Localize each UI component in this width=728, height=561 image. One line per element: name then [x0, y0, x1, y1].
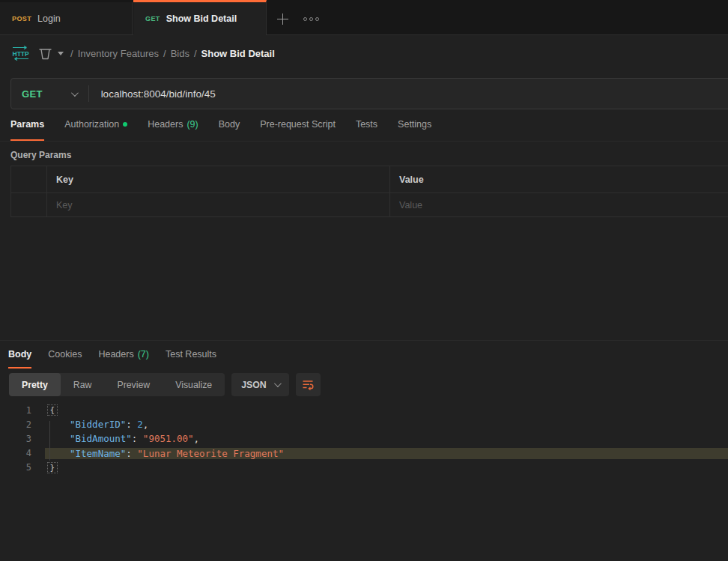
tab-show-bid-detail[interactable]: GET Show Bid Detail [133, 0, 267, 35]
line-number: 4 [0, 448, 36, 458]
format-tab-preview[interactable]: Preview [104, 373, 163, 396]
response-format-toolbar: Pretty Raw Preview Visualize JSON [9, 373, 728, 396]
breadcrumb-segment-collection[interactable]: Inventory Features [78, 48, 159, 59]
format-tab-pretty[interactable]: Pretty [9, 373, 61, 396]
format-tab-visualize[interactable]: Visualize [163, 373, 225, 396]
json-colon: : [132, 433, 143, 444]
wrap-lines-button[interactable] [296, 373, 321, 396]
fold-guide-line [49, 421, 50, 461]
tab-authorization-label: Authorization [64, 119, 119, 130]
code-line-4-highlighted: 4 "ItemName": "Lunar Meteorite Fragment" [0, 446, 728, 461]
tab-method-post: POST [12, 15, 31, 22]
headers-count-badge: (9) [186, 119, 198, 130]
tab-prerequest-label: Pre-request Script [260, 119, 336, 130]
language-selector[interactable]: JSON [231, 373, 289, 396]
key-cell [47, 193, 390, 216]
tab-post-login[interactable]: POST Login [0, 2, 133, 35]
collection-icon[interactable] [37, 46, 53, 61]
response-tab-headers[interactable]: Headers (7) [98, 341, 149, 369]
param-key-input[interactable] [56, 200, 380, 210]
response-headers-label: Headers [98, 349, 133, 360]
json-key: "BidderID" [70, 419, 126, 430]
chevron-down-icon [71, 89, 79, 97]
breadcrumb-separator: / [70, 48, 73, 59]
collection-caret-icon[interactable] [58, 52, 64, 55]
json-string-value: "Lunar Meteorite Fragment" [137, 448, 284, 459]
response-tabs: Body Cookies Headers (7) Test Results [0, 340, 728, 369]
more-options-icon [303, 17, 319, 21]
line-number: 3 [0, 434, 36, 444]
key-column-header: Key [47, 166, 390, 192]
tab-settings[interactable]: Settings [398, 109, 431, 141]
format-tab-raw[interactable]: Raw [61, 373, 105, 396]
breadcrumb-row: HTTP / Inventory Features / Bids / Show … [0, 35, 728, 71]
wrap-lines-icon [302, 379, 314, 390]
new-tab-button[interactable] [270, 2, 295, 35]
request-url-bar: GET [10, 78, 728, 109]
response-headers-count-badge: (7) [138, 349, 149, 360]
response-tab-body[interactable]: Body [8, 341, 31, 369]
authorization-status-dot [123, 122, 127, 127]
tab-bar-divider [0, 34, 728, 35]
open-brace-fold-marker[interactable]: { [47, 404, 58, 416]
breadcrumb-separator: / [163, 48, 166, 59]
breadcrumb: / Inventory Features / Bids / Show Bid D… [70, 48, 275, 59]
format-segmented-control: Pretty Raw Preview Visualize [9, 373, 225, 396]
line-number: 1 [0, 405, 36, 416]
value-cell [390, 193, 728, 216]
tab-body-label: Body [219, 119, 240, 130]
pretty-label: Pretty [22, 380, 48, 390]
response-tab-cookies[interactable]: Cookies [48, 341, 82, 369]
empty-area [0, 217, 728, 340]
tab-options-button[interactable] [298, 2, 324, 35]
tab-tests[interactable]: Tests [356, 109, 377, 141]
tab-title-login: Login [37, 13, 61, 24]
response-body-label: Body [8, 349, 31, 360]
tab-title-show-bid-detail: Show Bid Detail [166, 13, 237, 24]
breadcrumb-current-request: Show Bid Detail [201, 48, 275, 59]
chevron-down-icon [274, 380, 282, 387]
row-select-cell [11, 193, 47, 216]
query-params-table: Key Value [10, 166, 728, 217]
tab-body[interactable]: Body [219, 109, 240, 141]
svg-text:HTTP: HTTP [13, 50, 30, 58]
line-number: 5 [0, 462, 36, 473]
breadcrumb-segment-folder[interactable]: Bids [171, 48, 189, 59]
raw-label: Raw [73, 380, 92, 390]
plus-icon [277, 13, 288, 25]
request-tabs: Params Authorization Headers (9) Body Pr… [0, 109, 728, 142]
response-body-viewer[interactable]: 1 { 2 "BidderID": 2, 3 "BidAmount": "905… [0, 403, 728, 475]
query-params-title: Query Params [10, 150, 728, 161]
code-line-3: 3 "BidAmount": "9051.00", [0, 431, 728, 446]
json-number-value: 2 [137, 419, 143, 430]
value-column-header: Value [390, 166, 728, 192]
tab-params[interactable]: Params [10, 109, 44, 141]
method-label: GET [22, 88, 43, 100]
json-comma: , [143, 419, 149, 430]
tab-headers[interactable]: Headers (9) [148, 109, 198, 141]
http-request-icon: HTTP [10, 46, 31, 61]
tab-prerequest-script[interactable]: Pre-request Script [260, 109, 336, 141]
language-label: JSON [241, 380, 267, 390]
json-key: "ItemName" [70, 448, 126, 459]
close-brace-fold-marker[interactable]: } [47, 462, 58, 473]
checkbox-column-header [11, 166, 47, 192]
breadcrumb-separator: / [194, 48, 197, 59]
tab-authorization[interactable]: Authorization [64, 109, 127, 141]
line-number: 2 [0, 419, 36, 430]
tab-headers-label: Headers [148, 119, 183, 130]
method-selector[interactable]: GET [11, 88, 88, 100]
code-line-1: 1 { [0, 403, 728, 417]
response-cookies-label: Cookies [48, 349, 82, 360]
tab-settings-label: Settings [398, 119, 431, 130]
param-value-input[interactable] [399, 200, 724, 210]
url-input[interactable] [89, 88, 728, 100]
json-colon: : [126, 419, 137, 430]
response-tab-test-results[interactable]: Test Results [166, 341, 216, 369]
preview-label: Preview [117, 380, 150, 390]
request-tab-bar: POST Login GET Show Bid Detail [0, 0, 728, 35]
json-string-value: "9051.00" [143, 433, 194, 444]
response-test-results-label: Test Results [166, 349, 216, 360]
key-column-label: Key [56, 175, 73, 185]
json-key: "BidAmount" [70, 433, 132, 444]
